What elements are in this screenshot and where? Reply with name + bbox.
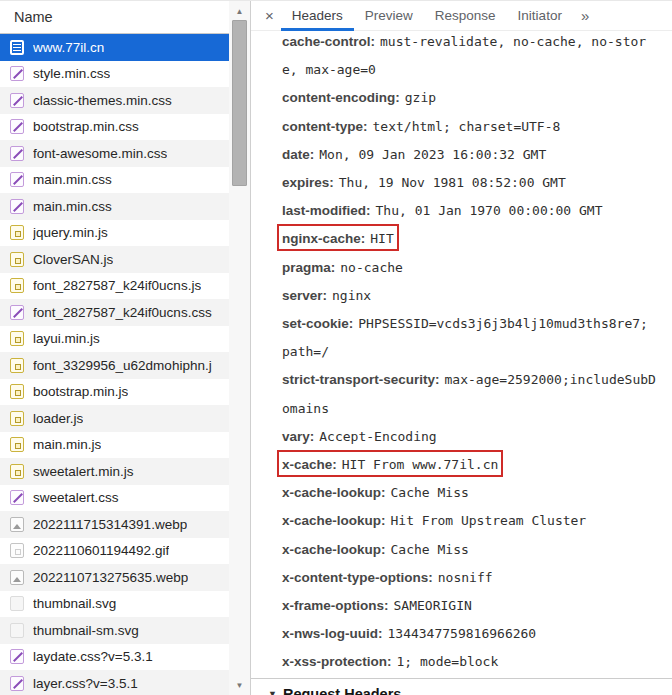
header-name: x-cache-lookup xyxy=(282,485,386,500)
request-name: CloverSAN.js xyxy=(33,252,113,267)
request-row[interactable]: main.min.css xyxy=(0,193,229,220)
svg-file-icon xyxy=(10,596,24,611)
request-row[interactable]: classic-themes.min.css xyxy=(0,87,229,114)
request-name: font_3329956_u62dmohiphn.j xyxy=(33,358,212,373)
request-row[interactable]: loader.js xyxy=(0,405,229,432)
request-name: font_2827587_k24if0ucns.css xyxy=(33,305,212,320)
tab-preview[interactable]: Preview xyxy=(354,1,424,31)
gif-file-icon xyxy=(10,543,24,558)
tab-headers[interactable]: Headers xyxy=(281,1,354,31)
details-tab-bar: × HeadersPreviewResponseInitiator » xyxy=(251,1,672,31)
scrollbar-up-arrow-icon[interactable]: ▲ xyxy=(229,7,250,16)
more-tabs-chevron-icon[interactable]: » xyxy=(581,7,588,24)
devtools-network-panel: Name www.77il.cnstyle.min.cssclassic-the… xyxy=(0,0,672,695)
request-headers-title: Request Headers xyxy=(283,686,401,695)
request-name: sweetalert.css xyxy=(33,490,119,505)
header-value: 1; mode=block xyxy=(397,654,499,669)
css-file-icon xyxy=(10,172,24,187)
header-value: HIT xyxy=(370,231,393,246)
request-row[interactable]: main.min.css xyxy=(0,167,229,194)
response-headers-list: cache-controlmust-revalidate, no-cache, … xyxy=(282,27,660,676)
header-value: gzip xyxy=(405,90,436,105)
css-file-icon xyxy=(10,676,24,691)
js-file-icon xyxy=(10,411,24,426)
request-row[interactable]: bootstrap.min.css xyxy=(0,114,229,141)
request-row[interactable]: 2022110601194492.gif xyxy=(0,538,229,565)
img-file-icon xyxy=(10,570,24,585)
request-row[interactable]: sweetalert.css xyxy=(0,485,229,512)
header-name: pragma xyxy=(282,260,335,275)
header-value: Cache Miss xyxy=(391,542,469,557)
request-row[interactable]: sweetalert.min.js xyxy=(0,458,229,485)
request-name: sweetalert.min.js xyxy=(33,464,134,479)
request-name: www.77il.cn xyxy=(33,40,104,55)
request-row[interactable]: 2022111715314391.webp xyxy=(0,511,229,538)
tab-response[interactable]: Response xyxy=(424,1,507,31)
header-name: last-modified xyxy=(282,203,371,218)
request-row[interactable]: bootstrap.min.js xyxy=(0,379,229,406)
header-value: Thu, 19 Nov 1981 08:52:00 GMT xyxy=(339,175,566,190)
request-row[interactable]: font_3329956_u62dmohiphn.j xyxy=(0,352,229,379)
request-row[interactable]: jquery.min.js xyxy=(0,220,229,247)
header-name: content-type xyxy=(282,119,368,134)
request-row[interactable]: laydate.css?v=5.3.1 xyxy=(0,644,229,671)
red-highlight-box: nginx-cacheHIT xyxy=(282,229,394,246)
header-value: Mon, 09 Jan 2023 16:00:32 GMT xyxy=(319,147,546,162)
request-row[interactable]: main.min.js xyxy=(0,432,229,459)
doc-file-icon xyxy=(10,40,24,55)
request-row[interactable]: layui.min.js xyxy=(0,326,229,353)
response-header-line: nginx-cacheHIT xyxy=(282,224,660,252)
response-header-line: x-cacheHIT From www.77il.cn xyxy=(282,450,660,478)
css-file-icon xyxy=(10,305,24,320)
js-file-icon xyxy=(10,437,24,452)
request-row[interactable]: thumbnail-sm.svg xyxy=(0,617,229,644)
css-file-icon xyxy=(10,146,24,161)
header-name: date xyxy=(282,147,314,162)
header-value: text/html; charset=UTF-8 xyxy=(373,119,561,134)
scrollbar-thumb[interactable] xyxy=(232,20,247,186)
header-name: expires xyxy=(282,175,334,190)
response-header-line: pragmano-cache xyxy=(282,253,660,281)
request-row[interactable]: thumbnail.svg xyxy=(0,591,229,618)
response-header-line: varyAccept-Encoding xyxy=(282,422,660,450)
request-row[interactable]: font_2827587_k24if0ucns.css xyxy=(0,299,229,326)
svg-file-icon xyxy=(10,623,24,638)
request-row[interactable]: layer.css?v=3.5.1 xyxy=(0,670,229,695)
request-name: jquery.min.js xyxy=(33,225,108,240)
name-column-label: Name xyxy=(14,9,53,25)
request-row-selected[interactable]: www.77il.cn xyxy=(0,34,229,61)
css-file-icon xyxy=(10,66,24,81)
request-name: bootstrap.min.js xyxy=(33,384,128,399)
request-row[interactable]: style.min.css xyxy=(0,61,229,88)
request-row[interactable]: CloverSAN.js xyxy=(0,246,229,273)
header-name: strict-transport-security xyxy=(282,372,440,387)
request-row[interactable]: font-awesome.min.css xyxy=(0,140,229,167)
request-name: main.min.css xyxy=(33,199,112,214)
tab-initiator[interactable]: Initiator xyxy=(507,1,573,31)
scrollbar-down-arrow-icon[interactable]: ▼ xyxy=(229,681,250,690)
response-header-line: x-cache-lookupCache Miss xyxy=(282,478,660,506)
response-header-line: x-frame-optionsSAMEORIGIN xyxy=(282,591,660,619)
request-row[interactable]: font_2827587_k24if0ucns.js xyxy=(0,273,229,300)
request-row[interactable]: 2022110713275635.webp xyxy=(0,564,229,591)
js-file-icon xyxy=(10,358,24,373)
sidebar-scrollbar[interactable]: ▲ ▼ xyxy=(229,1,250,695)
response-header-line: cache-controlmust-revalidate, no-cache, … xyxy=(282,27,660,83)
request-name: font_2827587_k24if0ucns.js xyxy=(33,278,201,293)
request-headers-toggle[interactable]: ▼ Request Headers xyxy=(268,679,660,695)
js-file-icon xyxy=(10,331,24,346)
header-value: Thu, 01 Jan 1970 00:00:00 GMT xyxy=(376,203,603,218)
response-header-line: x-content-type-optionsnosniff xyxy=(282,563,660,591)
response-header-line: last-modifiedThu, 01 Jan 1970 00:00:00 G… xyxy=(282,196,660,224)
tab-items: HeadersPreviewResponseInitiator xyxy=(281,1,573,31)
css-file-icon xyxy=(10,199,24,214)
header-value: nosniff xyxy=(438,570,493,585)
close-icon[interactable]: × xyxy=(251,7,281,24)
header-name: set-cookie xyxy=(282,316,353,331)
request-name: 2022110601194492.gif xyxy=(33,543,169,558)
request-name: layui.min.js xyxy=(33,331,100,346)
response-header-line: content-encodinggzip xyxy=(282,83,660,111)
name-column-header[interactable]: Name xyxy=(0,1,229,34)
request-name: bootstrap.min.css xyxy=(33,119,139,134)
request-name: font-awesome.min.css xyxy=(33,146,167,161)
